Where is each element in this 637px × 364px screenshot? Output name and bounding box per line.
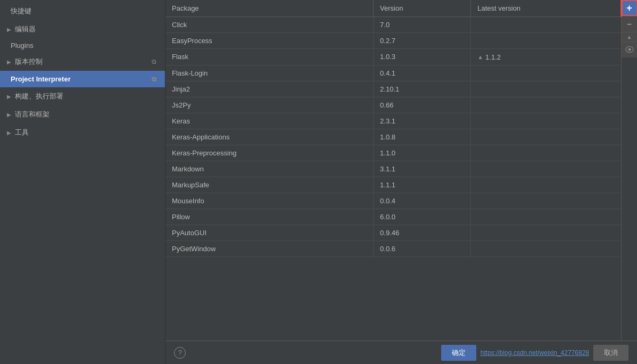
sidebar: 快捷键 ▶ 编辑器 Plugins ▶ 版本控制 ⧉ Project Inter… — [0, 0, 166, 364]
sidebar-label: 快捷键 — [11, 6, 31, 16]
confirm-button[interactable]: 确定 — [441, 345, 476, 361]
table-header-row: Package Version Latest version — [166, 0, 621, 17]
copy-icon: ⧉ — [152, 58, 156, 65]
cell-latest-version — [471, 129, 621, 145]
cell-version: 1.1.1 — [374, 177, 471, 193]
cell-version: 2.3.1 — [374, 113, 471, 129]
eye-button[interactable] — [622, 42, 638, 57]
cell-package: PyAutoGUI — [166, 225, 374, 241]
table-row[interactable]: Pillow6.0.0 — [166, 209, 621, 225]
table-row[interactable]: Keras2.3.1 — [166, 113, 621, 129]
eye-icon — [625, 46, 634, 54]
cancel-button[interactable]: 取消 — [593, 345, 628, 361]
cell-latest-version — [471, 97, 621, 113]
cell-package: Keras-Applications — [166, 129, 374, 145]
cell-package: MouseInfo — [166, 193, 374, 209]
sidebar-item-yuyan[interactable]: ▶ 语言和框架 — [0, 105, 165, 123]
table-row[interactable]: EasyProcess0.2.7 — [166, 33, 621, 49]
cell-package: Pillow — [166, 209, 374, 225]
sidebar-item-gongju[interactable]: ▶ 工具 — [0, 123, 165, 142]
packages-table: Package Version Latest version Click7.0E… — [166, 0, 621, 257]
cell-package: EasyProcess — [166, 33, 374, 49]
cell-version: 3.1.1 — [374, 161, 471, 177]
sidebar-item-banbenkongzhi[interactable]: ▶ 版本控制 ⧉ — [0, 53, 165, 71]
table-row[interactable]: Markdown3.1.1 — [166, 161, 621, 177]
right-sidebar: + − ▲ — [621, 0, 637, 341]
status-url[interactable]: https://blog.csdn.net/weixin_42776828 — [481, 349, 589, 357]
table-row[interactable]: MarkupSafe1.1.1 — [166, 177, 621, 193]
cell-package: Flask — [166, 49, 374, 65]
cell-package: Markdown — [166, 161, 374, 177]
arrow-icon: ▶ — [5, 58, 13, 65]
bottom-bar: ? 确定 https://blog.csdn.net/weixin_427768… — [166, 341, 637, 364]
arrow-icon: ▶ — [5, 129, 13, 136]
cell-latest-version — [471, 241, 621, 257]
cell-package: PyGetWindow — [166, 241, 374, 257]
cell-package: MarkupSafe — [166, 177, 374, 193]
update-arrow-icon: ▲ — [477, 54, 483, 60]
table-row[interactable]: Flask1.0.3▲ 1.1.2 — [166, 49, 621, 65]
sidebar-label: 工具 — [15, 128, 29, 137]
arrow-icon: ▶ — [5, 111, 13, 118]
sidebar-item-goujian[interactable]: ▶ 构建、执行部署 — [0, 87, 165, 105]
cell-latest-version — [471, 113, 621, 129]
sidebar-label: 编辑器 — [15, 24, 36, 34]
cell-latest-version: ▲ 1.1.2 — [471, 49, 621, 65]
cell-version: 2.10.1 — [374, 81, 471, 97]
cell-latest-version — [471, 177, 621, 193]
arrow-icon: ▶ — [5, 26, 13, 33]
table-row[interactable]: MouseInfo0.0.4 — [166, 193, 621, 209]
cell-latest-version — [471, 209, 621, 225]
main-layout: 快捷键 ▶ 编辑器 Plugins ▶ 版本控制 ⧉ Project Inter… — [0, 0, 637, 364]
cell-package: Click — [166, 17, 374, 33]
cell-latest-version — [471, 33, 621, 49]
table-row[interactable]: Js2Py0.66 — [166, 97, 621, 113]
latest-version-value: 1.1.2 — [485, 53, 501, 61]
help-button[interactable]: ? — [174, 347, 186, 359]
table-row[interactable]: Flask-Login0.4.1 — [166, 65, 621, 81]
arrow-icon: ▶ — [5, 93, 13, 100]
sidebar-label: 语言和框架 — [15, 110, 49, 119]
sidebar-item-plugins[interactable]: Plugins — [0, 38, 165, 53]
table-row[interactable]: PyAutoGUI0.9.46 — [166, 225, 621, 241]
table-row[interactable]: PyGetWindow0.0.6 — [166, 241, 621, 257]
sidebar-item-bianjiqiqi[interactable]: ▶ 编辑器 — [0, 20, 165, 38]
content-area: Package Version Latest version Click7.0E… — [166, 0, 637, 364]
sidebar-label: 版本控制 — [15, 57, 43, 67]
table-row[interactable]: Jinja22.10.1 — [166, 81, 621, 97]
package-table[interactable]: Package Version Latest version Click7.0E… — [166, 0, 621, 341]
svg-point-1 — [628, 48, 631, 51]
cell-version: 0.2.7 — [374, 33, 471, 49]
cell-latest-version — [471, 193, 621, 209]
col-version[interactable]: Version — [374, 0, 471, 17]
cell-version: 0.9.46 — [374, 225, 471, 241]
sidebar-label: Plugins — [11, 42, 34, 49]
table-row[interactable]: Keras-Preprocessing1.1.0 — [166, 145, 621, 161]
cell-latest-version — [471, 65, 621, 81]
col-latest-version[interactable]: Latest version — [471, 0, 621, 17]
table-row[interactable]: Click7.0 — [166, 17, 621, 33]
add-package-button[interactable]: + — [622, 0, 638, 16]
cell-version: 0.0.4 — [374, 193, 471, 209]
remove-package-button[interactable]: − — [622, 16, 638, 32]
cell-latest-version — [471, 145, 621, 161]
cell-package: Keras-Preprocessing — [166, 145, 374, 161]
sidebar-label: 构建、执行部署 — [15, 92, 63, 101]
cell-package: Jinja2 — [166, 81, 374, 97]
cell-version: 1.1.0 — [374, 145, 471, 161]
table-row[interactable]: Keras-Applications1.0.8 — [166, 129, 621, 145]
cell-version: 1.0.8 — [374, 129, 471, 145]
cell-version: 6.0.0 — [374, 209, 471, 225]
cell-version: 1.0.3 — [374, 49, 471, 65]
sidebar-item-kuaijiejian[interactable]: 快捷键 — [0, 2, 165, 20]
col-package[interactable]: Package — [166, 0, 374, 17]
sidebar-item-project-interpreter[interactable]: Project Interpreter ⧉ — [0, 71, 165, 87]
cell-package: Js2Py — [166, 97, 374, 113]
cell-latest-version — [471, 81, 621, 97]
scroll-up-button[interactable]: ▲ — [622, 32, 638, 42]
table-container: Package Version Latest version Click7.0E… — [166, 0, 637, 341]
cell-package: Keras — [166, 113, 374, 129]
cell-version: 7.0 — [374, 17, 471, 33]
cell-latest-version — [471, 225, 621, 241]
bottom-right: 确定 https://blog.csdn.net/weixin_42776828… — [441, 345, 628, 361]
